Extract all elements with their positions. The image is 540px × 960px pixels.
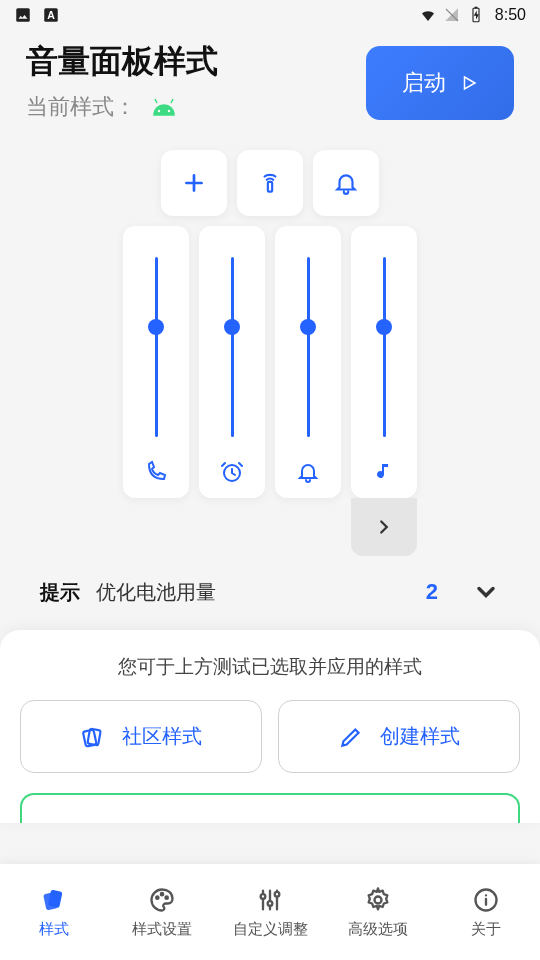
wifi-icon	[419, 6, 437, 24]
svg-text:A: A	[47, 9, 55, 21]
cards-icon	[80, 724, 106, 750]
tune-icon	[256, 886, 284, 914]
bottom-nav: 样式 样式设置 自定义调整 高级选项 关于	[0, 864, 540, 960]
svg-rect-0	[16, 8, 30, 22]
slider-track-wrap	[351, 240, 417, 454]
add-button[interactable]	[161, 150, 227, 216]
current-style-label: 当前样式：	[26, 92, 136, 122]
phone-icon	[144, 460, 168, 488]
launch-label: 启动	[402, 68, 446, 98]
plus-icon	[181, 170, 207, 196]
slider-track-wrap	[199, 240, 265, 454]
launch-button[interactable]: 启动	[366, 46, 514, 120]
style-card: 您可于上方测试已选取并应用的样式 社区样式 创建样式	[0, 630, 540, 823]
slider-phone[interactable]	[123, 226, 189, 498]
nav-about[interactable]: 关于	[432, 864, 540, 960]
hint-count: 2	[426, 579, 438, 605]
status-left: A	[14, 6, 60, 24]
community-label: 社区样式	[122, 723, 202, 750]
nav-style-settings-label: 样式设置	[132, 920, 192, 939]
style-buttons: 社区样式 创建样式	[20, 700, 520, 773]
hint-text: 优化电池用量	[96, 579, 410, 606]
slider-music[interactable]	[351, 226, 417, 498]
nav-advanced-label: 高级选项	[348, 920, 408, 939]
remote-icon	[257, 170, 283, 196]
svg-point-17	[261, 894, 266, 899]
notify-button[interactable]	[313, 150, 379, 216]
signal-icon	[443, 6, 461, 24]
android-icon	[148, 97, 180, 117]
gear-icon	[364, 886, 392, 914]
community-style-button[interactable]: 社区样式	[20, 700, 262, 773]
hint-row[interactable]: 提示 优化电池用量 2	[0, 578, 540, 606]
slider-group	[123, 226, 417, 498]
info-icon	[472, 886, 500, 914]
nav-about-label: 关于	[471, 920, 501, 939]
svg-point-18	[268, 901, 273, 906]
svg-point-16	[166, 896, 168, 898]
nav-advanced[interactable]: 高级选项	[324, 864, 432, 960]
svg-point-14	[156, 896, 158, 898]
chevron-down-icon	[472, 578, 500, 606]
palette-icon	[148, 886, 176, 914]
create-style-button[interactable]: 创建样式	[278, 700, 520, 773]
font-icon: A	[42, 6, 60, 24]
nav-style-settings[interactable]: 样式设置	[108, 864, 216, 960]
slider-track-wrap	[123, 240, 189, 454]
style-nav-icon	[40, 886, 68, 914]
svg-point-15	[161, 893, 163, 895]
remote-button[interactable]	[237, 150, 303, 216]
nav-style-label: 样式	[39, 920, 69, 939]
slider-notification[interactable]	[275, 226, 341, 498]
subtitle-row: 当前样式：	[26, 92, 366, 122]
nav-style[interactable]: 样式	[0, 864, 108, 960]
alarm-icon	[220, 460, 244, 488]
svg-point-19	[275, 891, 280, 896]
slider-track-wrap	[275, 240, 341, 454]
nav-custom-label: 自定义调整	[233, 920, 308, 939]
panel-controls	[0, 150, 540, 216]
play-icon	[460, 74, 478, 92]
nav-custom[interactable]: 自定义调整	[216, 864, 324, 960]
page-title: 音量面板样式	[26, 40, 366, 84]
pencil-icon	[338, 724, 364, 750]
card-hint: 您可于上方测试已选取并应用的样式	[20, 654, 520, 680]
svg-point-20	[375, 896, 382, 903]
slider-alarm[interactable]	[199, 226, 265, 498]
bell-icon	[333, 170, 359, 196]
status-right: 8:50	[419, 6, 526, 24]
status-bar: A 8:50	[0, 0, 540, 30]
music-icon	[372, 460, 396, 488]
hint-label: 提示	[40, 579, 80, 606]
battery-icon	[467, 6, 485, 24]
svg-point-7	[168, 110, 170, 112]
bell-outline-icon	[296, 460, 320, 488]
svg-rect-5	[474, 7, 477, 9]
create-label: 创建样式	[380, 723, 460, 750]
expand-button[interactable]	[351, 498, 417, 556]
svg-point-6	[158, 110, 160, 112]
picture-icon	[14, 6, 32, 24]
svg-rect-8	[268, 182, 272, 192]
header: 音量面板样式 当前样式： 启动	[0, 30, 540, 130]
status-time: 8:50	[495, 6, 526, 24]
header-left: 音量面板样式 当前样式：	[26, 40, 366, 122]
chevron-right-icon	[373, 516, 395, 538]
extra-box	[20, 793, 520, 823]
